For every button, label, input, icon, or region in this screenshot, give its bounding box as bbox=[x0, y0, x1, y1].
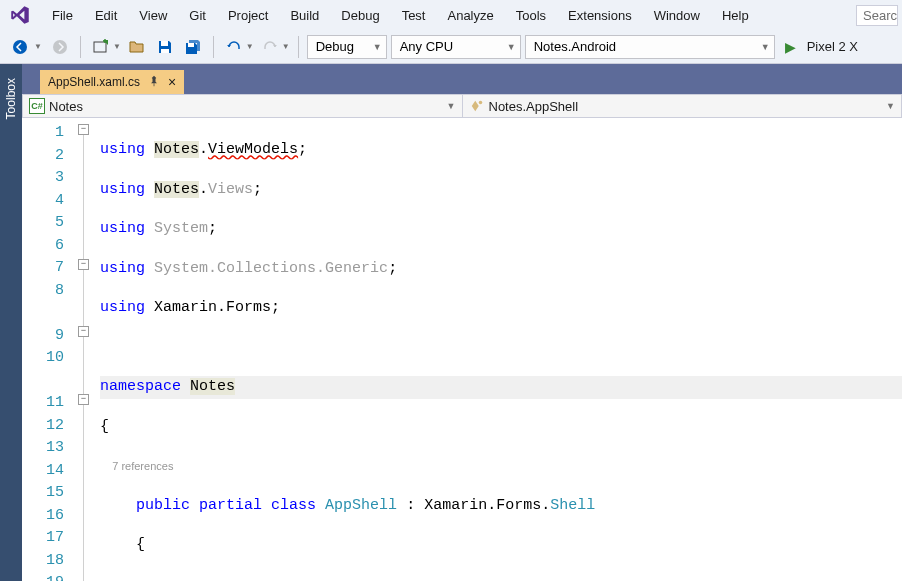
line-number-gutter: 12345678 910 111213141516171819 bbox=[22, 118, 76, 581]
menu-tools[interactable]: Tools bbox=[506, 4, 556, 27]
redo-button[interactable] bbox=[258, 35, 282, 59]
fold-toggle[interactable]: − bbox=[78, 259, 89, 270]
svg-point-7 bbox=[478, 101, 482, 105]
svg-rect-3 bbox=[161, 41, 168, 46]
file-tab[interactable]: AppShell.xaml.cs × bbox=[40, 70, 184, 94]
fold-toggle[interactable]: − bbox=[78, 124, 89, 135]
nav-type-label: Notes.AppShell bbox=[489, 99, 579, 114]
fold-gutter: − − − − bbox=[76, 118, 100, 581]
menu-project[interactable]: Project bbox=[218, 4, 278, 27]
file-tab-label: AppShell.xaml.cs bbox=[48, 75, 140, 89]
code-editor[interactable]: 12345678 910 111213141516171819 − − − − … bbox=[22, 118, 902, 581]
toolbox-tab[interactable]: Toolbox bbox=[2, 70, 20, 127]
open-button[interactable] bbox=[125, 35, 149, 59]
config-value: Debug bbox=[316, 39, 354, 54]
nav-scope-dropdown[interactable]: C# Notes ▼ bbox=[23, 95, 463, 117]
menu-bar: File Edit View Git Project Build Debug T… bbox=[0, 0, 902, 30]
nav-type-dropdown[interactable]: Notes.AppShell ▼ bbox=[463, 95, 902, 117]
fold-toggle[interactable]: − bbox=[78, 326, 89, 337]
code-content[interactable]: using Notes.ViewModels; using Notes.View… bbox=[100, 118, 902, 581]
menu-build[interactable]: Build bbox=[280, 4, 329, 27]
codelens-class[interactable]: 7 references bbox=[112, 460, 173, 472]
startup-value: Notes.Android bbox=[534, 39, 616, 54]
svg-rect-2 bbox=[94, 42, 106, 52]
platform-dropdown[interactable]: Any CPU▼ bbox=[391, 35, 521, 59]
menu-analyze[interactable]: Analyze bbox=[437, 4, 503, 27]
search-input[interactable]: Search bbox=[856, 5, 898, 26]
editor-pane: AppShell.xaml.cs × C# Notes ▼ Notes.AppS… bbox=[22, 64, 902, 581]
close-icon[interactable]: × bbox=[168, 74, 176, 90]
undo-button[interactable] bbox=[222, 35, 246, 59]
vs-logo-icon bbox=[8, 3, 32, 27]
menu-git[interactable]: Git bbox=[179, 4, 216, 27]
menu-debug[interactable]: Debug bbox=[331, 4, 389, 27]
menu-test[interactable]: Test bbox=[392, 4, 436, 27]
chevron-down-icon: ▼ bbox=[755, 42, 770, 52]
pin-icon[interactable] bbox=[148, 75, 160, 90]
document-tab-row: AppShell.xaml.cs × bbox=[22, 68, 902, 94]
back-button[interactable] bbox=[8, 35, 32, 59]
menu-edit[interactable]: Edit bbox=[85, 4, 127, 27]
fold-toggle[interactable]: − bbox=[78, 394, 89, 405]
navigation-bar: C# Notes ▼ Notes.AppShell ▼ bbox=[22, 94, 902, 118]
forward-button[interactable] bbox=[48, 35, 72, 59]
menu-view[interactable]: View bbox=[129, 4, 177, 27]
toolbar: ▼ ▼ ▼ ▼ Debug▼ Any CPU▼ Notes.Android▼ ▶… bbox=[0, 30, 902, 64]
class-icon bbox=[469, 98, 485, 114]
platform-value: Any CPU bbox=[400, 39, 453, 54]
save-button[interactable] bbox=[153, 35, 177, 59]
startup-dropdown[interactable]: Notes.Android▼ bbox=[525, 35, 775, 59]
save-all-button[interactable] bbox=[181, 35, 205, 59]
menu-file[interactable]: File bbox=[42, 4, 83, 27]
config-dropdown[interactable]: Debug▼ bbox=[307, 35, 387, 59]
new-project-button[interactable] bbox=[89, 35, 113, 59]
chevron-down-icon: ▼ bbox=[886, 101, 895, 111]
side-toolbox: Toolbox bbox=[0, 64, 22, 581]
chevron-down-icon: ▼ bbox=[367, 42, 382, 52]
svg-point-1 bbox=[53, 40, 67, 54]
nav-scope-label: Notes bbox=[49, 99, 83, 114]
svg-point-0 bbox=[13, 40, 27, 54]
chevron-down-icon: ▼ bbox=[447, 101, 456, 111]
svg-rect-5 bbox=[188, 43, 194, 47]
client-area: Toolbox AppShell.xaml.cs × C# Notes ▼ No… bbox=[0, 64, 902, 581]
svg-rect-4 bbox=[161, 49, 169, 53]
menu-window[interactable]: Window bbox=[644, 4, 710, 27]
csharp-icon: C# bbox=[29, 98, 45, 114]
menu-help[interactable]: Help bbox=[712, 4, 759, 27]
run-target-label: Pixel 2 X bbox=[807, 39, 858, 54]
menu-extensions[interactable]: Extensions bbox=[558, 4, 642, 27]
run-button[interactable]: ▶ bbox=[779, 35, 803, 59]
chevron-down-icon: ▼ bbox=[501, 42, 516, 52]
